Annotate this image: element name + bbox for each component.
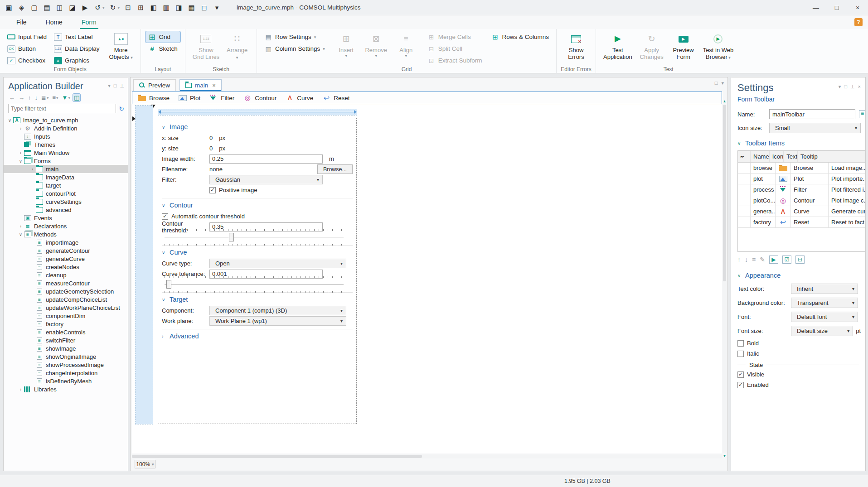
row-marker-icon[interactable] (132, 116, 136, 121)
delete-icon[interactable]: ▦ (187, 3, 196, 12)
show-errors-button[interactable]: Show Errors (561, 31, 591, 61)
tree-item[interactable]: advanced (4, 206, 128, 214)
checkbox-icon[interactable] (162, 213, 168, 220)
ribbon-button[interactable]: Graphics (51, 55, 102, 66)
tree-item[interactable]: factory (4, 320, 128, 328)
column-header[interactable]: Text (784, 151, 798, 162)
browse-button[interactable]: Browse... (317, 164, 353, 174)
app-logo-icon[interactable]: ▣ (5, 3, 13, 12)
tree-item[interactable]: › Libraries (4, 385, 128, 393)
redo-icon[interactable]: ↻ ▾ (109, 3, 120, 12)
section-header[interactable]: ∨ Contour (162, 199, 353, 211)
tree-item[interactable]: componentDim (4, 312, 128, 320)
bold-checkbox-row[interactable]: Bold (731, 338, 865, 348)
tree-expander-icon[interactable]: › (29, 167, 36, 172)
tree-item[interactable]: measureContour (4, 279, 128, 287)
tree-item[interactable]: importImage (4, 238, 128, 246)
ribbon-button[interactable]: Merge Cells (425, 31, 485, 43)
column-header[interactable]: Name (751, 151, 770, 162)
paste-icon[interactable]: ▥ (162, 3, 170, 12)
form-toolbar-object[interactable]: Browse Plot Filter Contour (132, 92, 722, 104)
add-method-item-icon[interactable]: ▶ (769, 256, 778, 264)
maximize-button[interactable]: □ (826, 0, 847, 15)
visible-checkbox[interactable] (737, 371, 744, 378)
vertical-scrollbar[interactable]: ▲ ▼ (723, 105, 727, 453)
section-header[interactable]: › Advanced (162, 330, 353, 342)
collapse-all-icon[interactable]: ≡ ▾ (51, 94, 59, 101)
scroll-up-icon[interactable]: ▲ (723, 99, 727, 103)
slider-handle[interactable] (166, 280, 171, 289)
ribbon-button[interactable]: Row Settings ▾ (262, 31, 328, 43)
tree-item[interactable]: curveSettings (4, 198, 128, 206)
tree-expander-icon[interactable]: ∨ (6, 118, 13, 123)
appearance-combo[interactable]: Transparent (791, 298, 858, 308)
forward-icon[interactable]: → (18, 94, 25, 101)
filter-input[interactable] (8, 104, 116, 113)
tree-item[interactable]: createNodes (4, 263, 128, 271)
editor-tools-icon[interactable]: ◫ (73, 94, 80, 101)
move-up-icon[interactable]: ↑ (27, 94, 32, 101)
table-row[interactable]: plotCo... Contour Plot image c... (738, 195, 866, 206)
form-toolbar-button[interactable]: Reset (322, 95, 349, 101)
table-row[interactable]: plot Plot Plot importe... (738, 174, 866, 184)
ribbon-button[interactable]: Remove ▾ (361, 31, 391, 58)
appearance-header[interactable]: ∨ Appearance (731, 267, 865, 282)
tree-item[interactable]: isDefinedByMesh (4, 377, 128, 385)
tree-item[interactable]: › Main Window (4, 149, 128, 157)
slider-handle[interactable] (229, 233, 234, 241)
editor-tab[interactable]: Preview (133, 79, 176, 91)
panel-pin-icon[interactable]: ⊥ (120, 83, 124, 89)
name-input[interactable] (769, 109, 855, 119)
tree-item[interactable]: ∨ Methods (4, 230, 128, 238)
edit-item-icon[interactable]: ✎ (760, 256, 765, 263)
tree-item[interactable]: imageData (4, 173, 128, 181)
italic-checkbox-row[interactable]: Italic (731, 348, 865, 359)
tree-item[interactable]: contourPlot (4, 189, 128, 198)
ribbon-button[interactable]: Text Label (51, 31, 102, 43)
table-row[interactable]: genera... Curve Generate cur... (738, 206, 866, 217)
rename-button[interactable] (859, 110, 866, 118)
tree-item[interactable]: updateGeometrySelection (4, 287, 128, 295)
field-combo[interactable]: Component 1 (comp1) (3D) (209, 306, 346, 315)
tree-item[interactable]: changeInterpolation (4, 369, 128, 377)
grid-row-margin[interactable] (158, 109, 357, 115)
form-toolbar-button[interactable]: Browse (138, 95, 170, 101)
editor-float-icon[interactable]: □ (715, 80, 718, 86)
tree-item[interactable]: showProcessedImage (4, 361, 128, 369)
section-header[interactable]: ∨ Image (162, 121, 353, 133)
tree-expander-icon[interactable]: › (17, 224, 24, 229)
appearance-combo[interactable]: Default size (791, 326, 853, 336)
qat-menu-icon[interactable]: ▾ (213, 3, 221, 12)
run-icon[interactable]: ▶ (81, 3, 89, 12)
ribbon-tab[interactable]: Home (43, 17, 65, 28)
remove-item-icon[interactable]: ≡ (752, 256, 756, 263)
tree-expander-icon[interactable]: ∨ (17, 232, 24, 237)
select-region-icon[interactable]: ◻ (200, 3, 209, 12)
ribbon-button[interactable]: Test in Web Browser ▾ (700, 31, 737, 61)
form-toolbar-button[interactable]: Curve (286, 95, 313, 101)
toolbar-items-header[interactable]: ∨ Toolbar Items (731, 135, 865, 149)
back-icon[interactable]: ← (8, 94, 16, 101)
enabled-checkbox[interactable] (737, 382, 744, 388)
tab-close-icon[interactable]: × (212, 82, 216, 89)
ribbon-button[interactable]: Split Cell (425, 43, 485, 54)
grid-column-margin[interactable] (136, 106, 153, 424)
panel-menu-icon[interactable]: ▾ (108, 83, 111, 89)
appearance-combo[interactable]: Default font (791, 312, 858, 322)
panel-float-icon[interactable]: □ (114, 83, 117, 89)
table-row[interactable]: factory Reset Reset to fact... (738, 217, 866, 228)
settings-pin-icon[interactable]: ⊥ (850, 84, 855, 90)
add-separator-item-icon[interactable]: ⊟ (795, 256, 805, 264)
settings-close-icon[interactable]: × (858, 84, 861, 90)
settings-menu-icon[interactable]: ▾ (839, 84, 841, 90)
ribbon-button[interactable]: Test Application (601, 31, 635, 61)
expand-all-icon[interactable]: ≣ ▾ (40, 94, 49, 101)
field-combo[interactable]: Gaussian (209, 175, 323, 184)
open-icon[interactable]: ▤ (43, 3, 51, 12)
ribbon-button[interactable]: Show Grid Lines (190, 31, 222, 61)
form-toolbar-button[interactable]: Filter (209, 95, 234, 101)
save-as-icon[interactable]: ◪ (68, 3, 77, 12)
field-checkbox[interactable]: Positive image (209, 187, 257, 193)
section-header[interactable]: ∨ Target (162, 294, 353, 305)
field-slider[interactable] (164, 227, 344, 247)
